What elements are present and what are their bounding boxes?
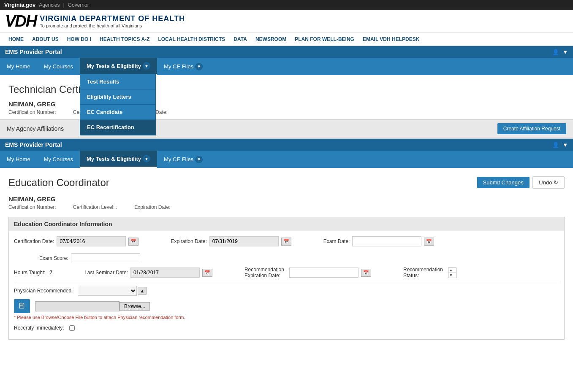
- exam-score-input[interactable]: [71, 253, 140, 263]
- portal2-expiration-label: Expiration Date:: [134, 204, 170, 210]
- exam-score-field: Exam Score:: [39, 253, 140, 263]
- nav-health-topics[interactable]: HEALTH TOPICS A-Z: [95, 33, 154, 46]
- nav-home[interactable]: HOME: [4, 33, 28, 46]
- portal2-nav-ce[interactable]: My CE Files ▼: [157, 151, 209, 168]
- portal2-content: Education Coordinator Submit Changes Und…: [0, 168, 573, 346]
- rec-exp-input[interactable]: [289, 268, 358, 278]
- undo-button[interactable]: Undo ↻: [532, 176, 565, 189]
- form-row-3: Physician Recommended: ▲: [14, 286, 559, 296]
- nav-newsroom[interactable]: NEWSROOM: [251, 33, 291, 46]
- nav-local-health[interactable]: LOCAL HEALTH DISTRICTS: [154, 33, 229, 46]
- portal1-nav-ce[interactable]: My CE Files ▼: [157, 59, 209, 75]
- vdh-title: VIRGINIA DEPARTMENT OF HEALTH: [40, 14, 185, 23]
- portal2-nav-home[interactable]: My Home: [0, 152, 37, 167]
- portal1-nav: My Home My Courses My Tests & Eligibilit…: [0, 58, 573, 75]
- nav-data[interactable]: DATA: [229, 33, 251, 46]
- exp-date-calendar-icon[interactable]: 📅: [281, 238, 291, 246]
- rec-exp-calendar-icon[interactable]: 📅: [361, 269, 371, 277]
- tests-dropdown-arrow-2[interactable]: ▼: [143, 155, 150, 162]
- dropdown-icon[interactable]: ▼: [562, 49, 568, 55]
- last-seminar-field: Last Seminar Date: 📅: [84, 268, 212, 278]
- last-seminar-input[interactable]: [130, 268, 200, 278]
- submit-changes-button[interactable]: Submit Changes: [477, 177, 530, 188]
- dropdown-ec-recertification[interactable]: EC Recertification: [80, 120, 155, 135]
- hours-label: Hours Taught:: [14, 270, 46, 276]
- form-row-2: Hours Taught: 7 Last Seminar Date: 📅 Rec…: [14, 267, 559, 278]
- exam-date-input[interactable]: [352, 236, 421, 246]
- last-seminar-calendar-icon[interactable]: 📅: [202, 269, 212, 277]
- user-icon[interactable]: 👤: [552, 49, 559, 55]
- portal2-nav-tests[interactable]: My Tests & Eligibility ▼: [80, 151, 157, 168]
- gov-logo: Virginia.gov: [4, 2, 35, 8]
- edu-actions: Submit Changes Undo ↻: [477, 176, 565, 189]
- info-section-title: Education Coordinator Information: [9, 217, 564, 231]
- exam-date-field: Exam Date: 📅: [323, 236, 435, 246]
- dropdown-test-results[interactable]: Test Results: [80, 74, 155, 89]
- agencies-link[interactable]: Agencies: [39, 2, 60, 8]
- portal2-cert-info: Certification Number: Certification Leve…: [8, 204, 565, 210]
- edu-info-section: Education Coordinator Information Certif…: [8, 217, 565, 340]
- rec-status-spinner[interactable]: ▲ ▼: [448, 268, 456, 278]
- portal2-nav: My Home My Courses My Tests & Eligibilit…: [0, 151, 573, 168]
- spinner-up[interactable]: ▲: [448, 268, 456, 273]
- recertify-field: Recertify Immediately:: [14, 325, 75, 331]
- nav-about[interactable]: ABOUT US: [28, 33, 63, 46]
- exp-date-label: Expiration Date:: [171, 238, 206, 244]
- separator: |: [63, 2, 65, 8]
- rec-status-label: RecommendationStatus:: [403, 267, 443, 278]
- pdf-icon[interactable]: 🖹: [14, 299, 30, 313]
- create-affiliation-button[interactable]: Create Affiliation Request: [497, 123, 566, 134]
- portal2-icons: 👤 ▼: [552, 142, 568, 148]
- browse-row: 🖹 Browse...: [14, 299, 559, 313]
- exp-date-input[interactable]: [209, 236, 279, 246]
- ce-dropdown-arrow-2[interactable]: ▼: [195, 156, 203, 163]
- hours-value: 7: [50, 270, 53, 276]
- dropdown-icon-2[interactable]: ▼: [562, 142, 568, 148]
- rec-status-field: RecommendationStatus: ▲ ▼: [403, 267, 456, 278]
- physician-expand-icon[interactable]: ▲: [138, 287, 147, 295]
- portal1-nav-tests[interactable]: My Tests & Eligibility ▼ Test Results El…: [80, 58, 157, 75]
- governor-link[interactable]: Governor: [68, 2, 89, 8]
- user-icon-2[interactable]: 👤: [552, 142, 559, 148]
- tests-dropdown-arrow[interactable]: ▼: [143, 62, 150, 70]
- portal1-title: EMS Provider Portal: [5, 49, 62, 55]
- portal1-header: EMS Provider Portal 👤 ▼: [0, 46, 573, 58]
- physician-field: Physician Recommended: ▲: [14, 286, 147, 296]
- nav-email[interactable]: EMAIL VDH HELPDESK: [358, 33, 424, 46]
- cert-date-field: Certification Date: 📅: [14, 236, 138, 246]
- dropdown-eligibility-letters[interactable]: Eligibility Letters: [80, 89, 155, 105]
- dropdown-ec-candidate[interactable]: EC Candidate: [80, 105, 155, 120]
- rec-exp-field: RecommendationExpiration Date: 📅: [244, 267, 371, 278]
- ce-dropdown-arrow[interactable]: ▼: [195, 63, 203, 70]
- cert-date-input[interactable]: [57, 236, 126, 246]
- cert-date-calendar-icon[interactable]: 📅: [128, 238, 138, 246]
- browse-button[interactable]: Browse...: [119, 302, 150, 311]
- file-input-bar: [35, 301, 119, 311]
- last-seminar-label: Last Seminar Date:: [84, 270, 128, 276]
- main-nav: HOME ABOUT US HOW DO I HEALTH TOPICS A-Z…: [0, 33, 573, 46]
- portal1-icons: 👤 ▼: [552, 49, 568, 55]
- info-section-body: Certification Date: 📅 Expiration Date: 📅…: [9, 231, 564, 339]
- undo-icon: ↻: [554, 179, 558, 186]
- exam-date-calendar-icon[interactable]: 📅: [424, 238, 434, 246]
- portal2-nav-courses[interactable]: My Courses: [37, 152, 80, 167]
- cert-date-label: Certification Date:: [14, 238, 54, 244]
- nav-wellbeing[interactable]: PLAN FOR WELL-BEING: [291, 33, 358, 46]
- vdh-text: VIRGINIA DEPARTMENT OF HEALTH To promote…: [40, 14, 185, 28]
- portal1-nav-home[interactable]: My Home: [0, 59, 37, 74]
- physician-select[interactable]: [78, 286, 137, 296]
- spinner-down[interactable]: ▼: [448, 273, 456, 278]
- nav-howdoi[interactable]: HOW DO I: [63, 33, 95, 46]
- portal2-header: EMS Provider Portal 👤 ▼: [0, 138, 573, 151]
- top-bar: Virginia.gov Agencies | Governor: [0, 0, 573, 10]
- edu-title: Education Coordinator: [8, 177, 109, 189]
- portal1-nav-courses[interactable]: My Courses: [37, 59, 80, 74]
- tech-title: Technician Ce: [8, 84, 72, 95]
- recertify-label: Recertify Immediately:: [14, 325, 64, 331]
- cert-number-label: Certification Number:: [8, 109, 56, 115]
- affiliations-title: My Agency Affiliations: [7, 125, 64, 132]
- vdh-logo: VDH VIRGINIA DEPARTMENT OF HEALTH To pro…: [5, 13, 185, 29]
- recertify-checkbox[interactable]: [69, 325, 75, 331]
- form-row-4: Recertify Immediately:: [14, 325, 559, 331]
- form-divider: [14, 282, 559, 282]
